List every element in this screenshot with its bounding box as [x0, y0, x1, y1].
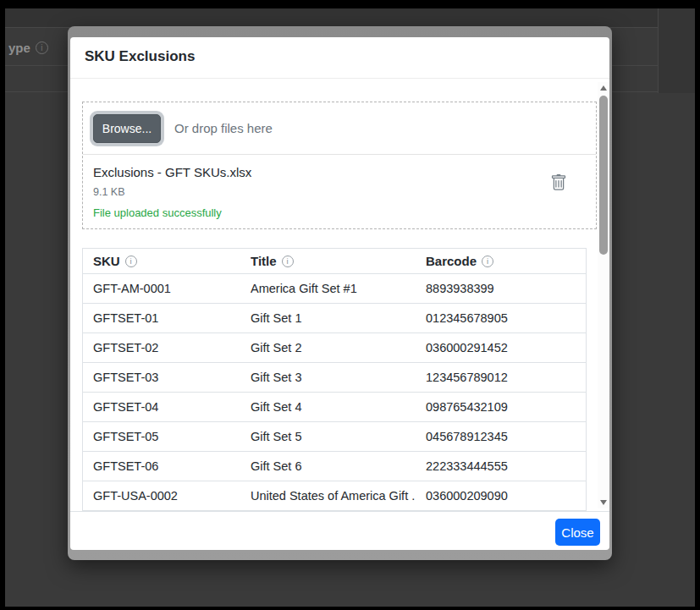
dimmed-column-label: ype i — [8, 41, 48, 55]
cell-title: Gift Set 3 — [240, 371, 416, 384]
cell-barcode: 012345678905 — [416, 311, 586, 325]
table-row: GFTSET-01 Gift Set 1 012345678905 — [83, 304, 586, 333]
cell-title: America Gift Set #1 — [240, 282, 416, 295]
info-icon: i — [36, 41, 48, 54]
file-dropzone[interactable]: Browse... Or drop files here Exclusions … — [82, 102, 597, 229]
column-header-sku: SKU i — [83, 254, 240, 268]
cell-sku: GFT-AM-0001 — [83, 282, 240, 295]
partial-label-text: ype — [8, 41, 30, 55]
cell-sku: GFTSET-05 — [83, 430, 240, 443]
dimmed-right-panel — [659, 8, 695, 93]
cell-title: Gift Set 2 — [240, 341, 416, 354]
modal-body: Browse... Or drop files here Exclusions … — [70, 79, 609, 511]
file-name: Exclusions - GFT SKUs.xlsx — [93, 165, 586, 179]
browse-button[interactable]: Browse... — [93, 114, 161, 143]
browse-row: Browse... Or drop files here — [83, 102, 596, 155]
trash-icon — [550, 174, 567, 191]
modal-title: SKU Exclusions — [85, 48, 595, 65]
screen: ype i SKU Exclusions Browse... Or drop f… — [0, 0, 700, 610]
column-label: SKU — [93, 254, 120, 268]
cell-barcode: 045678912345 — [416, 430, 586, 443]
scroll-up-arrow-icon[interactable] — [600, 85, 607, 91]
scroll-down-arrow-icon[interactable] — [600, 500, 607, 505]
column-label: Barcode — [426, 254, 477, 268]
table-row: GFT-USA-0002 United States of America Gi… — [83, 481, 586, 511]
table-row: GFTSET-05 Gift Set 5 045678912345 — [83, 422, 586, 452]
table-header-row: SKU i Title i Barcode — [83, 249, 586, 274]
divider — [658, 8, 659, 93]
cell-barcode: 8893938399 — [416, 282, 586, 295]
cell-barcode: 036000291452 — [416, 341, 586, 354]
cell-sku: GFTSET-03 — [83, 371, 240, 384]
table-row: GFT-AM-0001 America Gift Set #1 88939383… — [83, 274, 586, 304]
table-row: GFTSET-06 Gift Set 6 222333444555 — [83, 452, 586, 481]
cell-title: Gift Set 4 — [240, 400, 416, 414]
cell-barcode: 036000209090 — [416, 489, 586, 503]
info-icon[interactable]: i — [282, 256, 294, 267]
cell-sku: GFT-USA-0002 — [83, 489, 240, 503]
close-button[interactable]: Close — [555, 519, 600, 546]
file-size: 9.1 KB — [93, 186, 586, 198]
table-row: GFTSET-04 Gift Set 4 098765432109 — [83, 393, 586, 422]
cell-sku: GFTSET-06 — [83, 459, 240, 473]
cell-sku: GFTSET-01 — [83, 311, 240, 325]
cell-barcode: 123456789012 — [416, 371, 586, 384]
info-icon[interactable]: i — [482, 256, 493, 267]
modal-frame: SKU Exclusions Browse... Or drop files h… — [68, 26, 612, 560]
uploaded-file-item: Exclusions - GFT SKUs.xlsx 9.1 KB File u… — [83, 155, 596, 219]
info-icon[interactable]: i — [125, 256, 137, 267]
cell-sku: GFTSET-04 — [83, 400, 240, 414]
cell-title: Gift Set 6 — [240, 459, 416, 473]
modal-scrollbar[interactable] — [598, 82, 609, 508]
column-label: Title — [251, 254, 277, 268]
sku-exclusions-table: SKU i Title i Barcode — [82, 248, 587, 511]
cell-title: Gift Set 1 — [240, 311, 416, 325]
modal-footer: Close — [70, 511, 609, 550]
cell-barcode: 222333444555 — [416, 459, 586, 473]
cell-sku: GFTSET-02 — [83, 341, 240, 354]
upload-status: File uploaded successfully — [93, 206, 586, 219]
cell-title: Gift Set 5 — [240, 430, 416, 443]
drop-files-hint: Or drop files here — [174, 121, 273, 135]
cell-barcode: 098765432109 — [416, 400, 586, 414]
table-row: GFTSET-03 Gift Set 3 123456789012 — [83, 363, 586, 393]
column-header-barcode: Barcode i — [416, 254, 586, 268]
cell-title: United States of America Gift ... — [240, 489, 416, 503]
scrollbar-thumb[interactable] — [599, 96, 608, 255]
modal-header: SKU Exclusions — [70, 37, 609, 79]
table-body: GFT-AM-0001 America Gift Set #1 88939383… — [83, 274, 586, 511]
dimmed-page-header — [5, 8, 695, 28]
table-row: GFTSET-02 Gift Set 2 036000291452 — [83, 333, 586, 363]
column-header-title: Title i — [240, 254, 416, 268]
sku-exclusions-modal: SKU Exclusions Browse... Or drop files h… — [70, 37, 609, 550]
delete-file-button[interactable] — [548, 173, 569, 194]
